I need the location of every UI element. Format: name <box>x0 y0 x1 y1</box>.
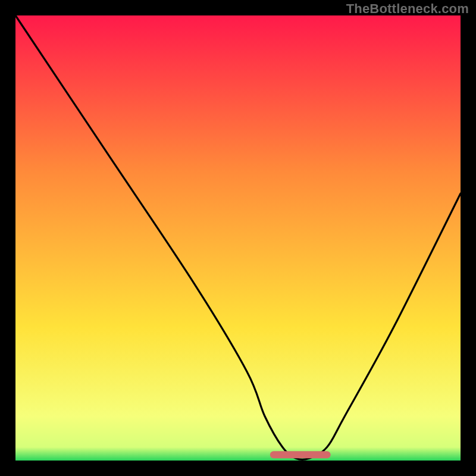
chart-stage: { "watermark": "TheBottleneck.com", "col… <box>0 0 476 476</box>
plot-area <box>15 15 461 461</box>
watermark-label: TheBottleneck.com <box>346 1 469 17</box>
bottleneck-chart <box>0 0 476 476</box>
